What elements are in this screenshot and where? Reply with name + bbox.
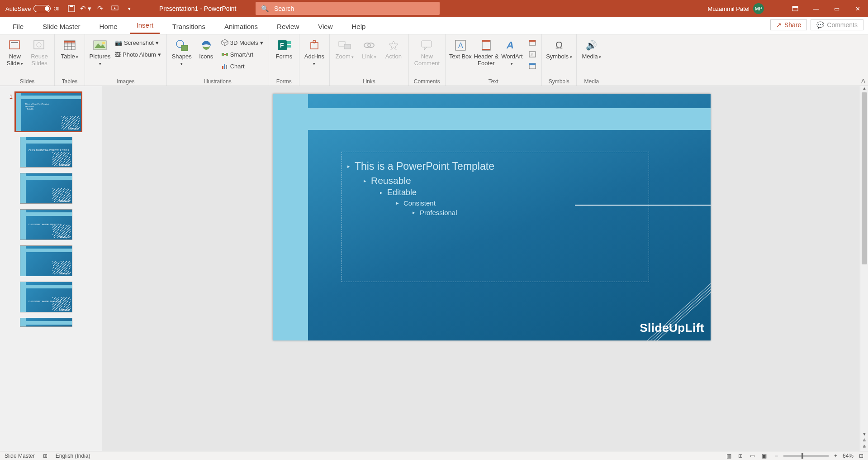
tab-home[interactable]: Home: [93, 19, 124, 34]
svg-rect-6: [11, 42, 18, 43]
thumb-layout[interactable]: [20, 318, 72, 327]
zoom-button[interactable]: Zoom: [333, 37, 356, 60]
tab-animations[interactable]: Animations: [218, 19, 264, 34]
status-language[interactable]: English (India): [56, 453, 90, 459]
svg-text:A: A: [458, 42, 463, 49]
bullet-level-3[interactable]: Editable: [347, 188, 643, 197]
screenshot-button[interactable]: 📷Screenshot ▾: [113, 37, 163, 48]
svg-rect-7: [34, 41, 44, 49]
tab-transitions[interactable]: Transitions: [166, 19, 212, 34]
text-box-button[interactable]: AText Box: [449, 37, 472, 60]
reuse-slides-button[interactable]: Reuse Slides: [28, 37, 51, 67]
tab-file[interactable]: File: [6, 19, 30, 34]
pictures-button[interactable]: Pictures: [89, 37, 111, 67]
media-button[interactable]: 🔊Media: [580, 37, 603, 60]
vertical-scrollbar[interactable]: ▲ ▼ ≜ ≚: [860, 86, 868, 451]
action-button[interactable]: Action: [382, 37, 405, 60]
symbols-label: Symbols: [546, 53, 572, 60]
prev-slide-icon[interactable]: ≜: [860, 438, 868, 445]
shapes-button[interactable]: Shapes: [171, 37, 193, 67]
slide-number-button[interactable]: #: [527, 49, 538, 60]
chart-button[interactable]: Chart: [219, 61, 265, 72]
wordart-button[interactable]: AWordArt: [501, 37, 523, 67]
shapes-icon: [175, 38, 189, 53]
content-placeholder[interactable]: This is a PowerPoint Template Reusable E…: [342, 152, 649, 282]
normal-view-icon[interactable]: ▥: [724, 453, 734, 459]
sorter-view-icon[interactable]: ⊞: [735, 453, 745, 459]
thumb-master[interactable]: • This is a PowerPoint Template • Reusab…: [15, 92, 81, 131]
thumb-layout[interactable]: CLICK TO EDIT MASTER TITLE STYLESlideUpL…: [20, 209, 72, 240]
scroll-thumb[interactable]: [862, 92, 867, 264]
thumb-layout[interactable]: CLICK TO EDIT MASTER TITLE STYLESlideUpL…: [20, 137, 72, 168]
share-button[interactable]: ↗Share: [770, 19, 807, 30]
object-button[interactable]: [527, 61, 538, 72]
slide-master-canvas[interactable]: This is a PowerPoint Template Reusable E…: [273, 94, 711, 340]
thumb-layout[interactable]: CLICK TO EDIT MASTER TITLE STYLESlideUpL…: [20, 282, 72, 312]
action-label: Action: [385, 53, 402, 60]
slide-thumbnail-pane[interactable]: 1 • This is a PowerPoint Template • Reus…: [0, 86, 102, 451]
window-controls: — ▭ ✕: [785, 0, 868, 17]
search-box[interactable]: 🔍: [256, 2, 440, 15]
forms-button[interactable]: F Forms: [273, 37, 295, 60]
main-area: 1 • This is a PowerPoint Template • Reus…: [0, 86, 868, 451]
slideshow-view-icon[interactable]: ▣: [759, 453, 769, 459]
tab-slide-master[interactable]: Slide Master: [36, 19, 86, 34]
svg-rect-19: [222, 53, 224, 56]
user-name: Muzammil Patel: [708, 5, 749, 12]
zoom-in-icon[interactable]: +: [834, 453, 837, 459]
autosave-toggle[interactable]: AutoSave Off: [5, 5, 60, 12]
new-comment-button[interactable]: New Comment: [413, 37, 441, 67]
header-footer-button[interactable]: Header & Footer: [474, 37, 499, 67]
slide-canvas-area[interactable]: This is a PowerPoint Template Reusable E…: [102, 86, 868, 451]
collapse-ribbon-icon[interactable]: ⋀: [861, 78, 865, 84]
tab-view[interactable]: View: [312, 19, 339, 34]
zoom-slider[interactable]: [783, 455, 829, 457]
zoom-level[interactable]: 64%: [843, 453, 854, 459]
thumb-layout[interactable]: SlideUpLift: [20, 173, 72, 204]
date-time-button[interactable]: [527, 37, 538, 48]
bullet-level-5[interactable]: Professional: [347, 209, 643, 216]
bullet-level-4[interactable]: Consistent: [347, 199, 643, 207]
next-slide-icon[interactable]: ≚: [860, 445, 868, 451]
search-input[interactable]: [274, 5, 410, 12]
tab-help[interactable]: Help: [346, 19, 372, 34]
present-from-start-icon[interactable]: [108, 0, 122, 17]
new-slide-button[interactable]: New Slide: [4, 37, 26, 67]
addins-button[interactable]: Add-ins: [303, 37, 326, 67]
redo-icon[interactable]: ↷: [93, 0, 108, 17]
comments-button[interactable]: 💬Comments: [811, 19, 863, 30]
ribbon-display-options-icon[interactable]: [785, 0, 806, 17]
table-button[interactable]: Table: [58, 37, 81, 60]
customize-qat-icon[interactable]: ▾: [122, 0, 137, 17]
reading-view-icon[interactable]: ▭: [747, 453, 758, 459]
icons-button[interactable]: Icons: [195, 37, 218, 60]
thumb-layout[interactable]: SlideUpLift: [20, 245, 72, 276]
svg-rect-30: [344, 44, 351, 49]
close-icon[interactable]: ✕: [847, 0, 868, 17]
svg-rect-27: [287, 45, 291, 48]
photo-album-button[interactable]: 🖼Photo Album ▾: [113, 49, 163, 60]
slide-decoration-top: [273, 108, 711, 130]
status-mode[interactable]: Slide Master: [5, 453, 35, 459]
fit-to-window-icon[interactable]: ⊡: [859, 453, 863, 459]
link-button[interactable]: Link: [358, 37, 380, 60]
zoom-out-icon[interactable]: −: [775, 453, 778, 459]
tab-insert[interactable]: Insert: [130, 18, 160, 34]
toggle-switch-icon[interactable]: [33, 5, 51, 12]
smartart-button[interactable]: SmartArt: [219, 49, 265, 60]
3d-models-button[interactable]: 3D Models ▾: [219, 37, 265, 48]
symbols-button[interactable]: ΩSymbols: [545, 37, 573, 60]
group-media: 🔊Media Media: [577, 34, 607, 86]
undo-icon[interactable]: ↶ ▾: [79, 0, 93, 17]
scroll-down-icon[interactable]: ▼: [860, 432, 868, 438]
scroll-up-icon[interactable]: ▲: [860, 86, 868, 92]
save-icon[interactable]: [64, 0, 79, 17]
bullet-level-2[interactable]: Reusable: [347, 175, 643, 186]
tab-review[interactable]: Review: [270, 19, 305, 34]
bullet-level-1[interactable]: This is a PowerPoint Template: [347, 160, 643, 172]
user-account[interactable]: Muzammil Patel MP: [708, 3, 764, 14]
icons-label: Icons: [199, 53, 213, 60]
minimize-icon[interactable]: —: [806, 0, 826, 17]
maximize-icon[interactable]: ▭: [826, 0, 847, 17]
accessibility-icon[interactable]: ⊞: [43, 453, 47, 459]
